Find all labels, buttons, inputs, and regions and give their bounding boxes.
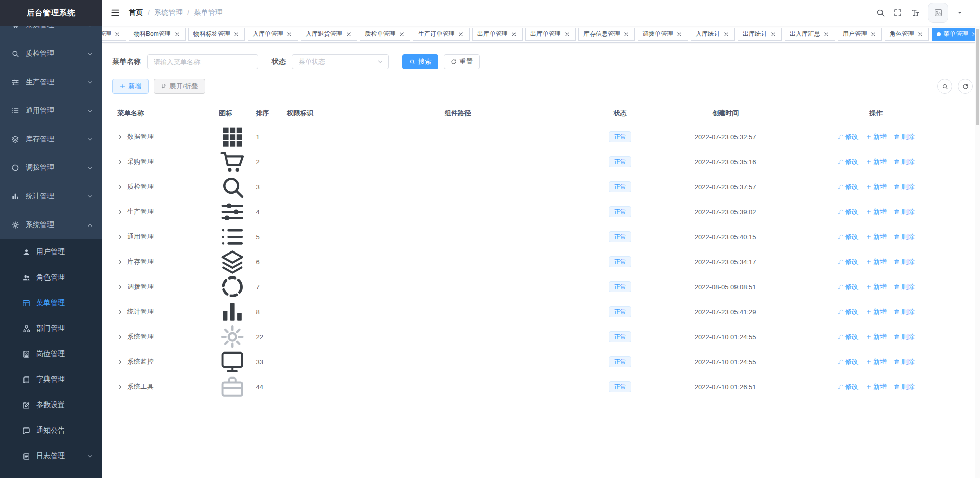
sidebar-item[interactable]: 库存管理 (0, 125, 102, 154)
close-icon[interactable] (114, 31, 121, 38)
add-link[interactable]: 新增 (866, 207, 887, 216)
tab[interactable]: 质检单管理 (360, 28, 410, 41)
delete-link[interactable]: 删除 (894, 257, 915, 266)
edit-link[interactable]: 修改 (838, 132, 859, 141)
expand-row-icon[interactable] (117, 309, 123, 315)
sidebar-subitem[interactable]: 日志管理 (0, 443, 102, 469)
add-link[interactable]: 新增 (866, 332, 887, 341)
add-link[interactable]: 新增 (866, 357, 887, 366)
search-button[interactable]: 搜索 (402, 54, 438, 69)
add-button[interactable]: 新增 (112, 79, 149, 94)
edit-link[interactable]: 修改 (838, 332, 859, 341)
close-icon[interactable] (564, 31, 571, 38)
add-link[interactable]: 新增 (866, 382, 887, 391)
add-link[interactable]: 新增 (866, 132, 887, 141)
edit-link[interactable]: 修改 (838, 382, 859, 391)
fullscreen-icon[interactable] (893, 8, 902, 17)
close-icon[interactable] (770, 31, 777, 38)
edit-link[interactable]: 修改 (838, 257, 859, 266)
delete-link[interactable]: 删除 (894, 157, 915, 166)
add-link[interactable]: 新增 (866, 157, 887, 166)
avatar[interactable] (928, 3, 948, 23)
delete-link[interactable]: 删除 (894, 132, 915, 141)
delete-link[interactable]: 删除 (894, 307, 915, 316)
expand-row-icon[interactable] (117, 184, 123, 190)
tab[interactable]: 物料Bom管理 (129, 28, 186, 41)
sidebar-subitem[interactable]: 岗位管理 (0, 341, 102, 367)
breadcrumb-item[interactable]: 首页 (129, 8, 143, 17)
sidebar-subitem[interactable]: 字典管理 (0, 367, 102, 392)
edit-link[interactable]: 修改 (838, 232, 859, 241)
menu-name-input[interactable] (147, 54, 258, 69)
close-icon[interactable] (676, 31, 683, 38)
sidebar-item[interactable]: 统计管理 (0, 182, 102, 211)
delete-link[interactable]: 删除 (894, 232, 915, 241)
sidebar-item[interactable]: 调拨管理 (0, 154, 102, 182)
sidebar-item[interactable]: 生产管理 (0, 68, 102, 96)
reset-button[interactable]: 重置 (444, 54, 480, 69)
edit-link[interactable]: 修改 (838, 282, 859, 291)
close-icon[interactable] (723, 31, 730, 38)
tab[interactable]: 出入库汇总 (785, 28, 835, 41)
tab[interactable]: 角色管理 (885, 28, 929, 41)
sidebar-subitem[interactable]: 角色管理 (0, 265, 102, 290)
close-icon[interactable] (870, 31, 877, 38)
tab[interactable]: 物料标签管理 (188, 28, 245, 41)
vertical-scrollbar[interactable] (975, 26, 980, 478)
close-icon[interactable] (174, 31, 181, 38)
tab[interactable]: 菜单管理 (932, 28, 980, 41)
expand-row-icon[interactable] (117, 359, 123, 365)
delete-link[interactable]: 删除 (894, 382, 915, 391)
delete-link[interactable]: 删除 (894, 207, 915, 216)
sidebar-subitem[interactable]: 用户管理 (0, 239, 102, 265)
sidebar-subitem[interactable]: 通知公告 (0, 418, 102, 443)
expand-row-icon[interactable] (117, 234, 123, 240)
delete-link[interactable]: 删除 (894, 182, 915, 191)
expand-row-icon[interactable] (117, 134, 123, 140)
status-select[interactable]: 菜单状态 (292, 54, 389, 69)
expand-row-icon[interactable] (117, 259, 123, 265)
delete-link[interactable]: 删除 (894, 332, 915, 341)
close-icon[interactable] (823, 31, 830, 38)
edit-link[interactable]: 修改 (838, 157, 859, 166)
delete-link[interactable]: 删除 (894, 357, 915, 366)
add-link[interactable]: 新增 (866, 257, 887, 266)
close-icon[interactable] (510, 31, 518, 38)
sidebar-toggle-icon[interactable] (110, 8, 120, 18)
add-link[interactable]: 新增 (866, 182, 887, 191)
refresh-table-button[interactable] (958, 79, 973, 94)
close-icon[interactable] (233, 31, 240, 38)
tab[interactable]: 出库单管理 (525, 28, 576, 41)
tab[interactable]: 调拨单管理 (638, 28, 688, 41)
close-icon[interactable] (917, 31, 924, 38)
search-icon[interactable] (876, 8, 885, 17)
tab[interactable]: 库存信息管理 (578, 28, 635, 41)
tab[interactable]: 出库统计 (738, 28, 782, 41)
edit-link[interactable]: 修改 (838, 207, 859, 216)
tab[interactable]: 入库单管理 (248, 28, 298, 41)
tab[interactable]: 入库退货管理 (301, 28, 357, 41)
tab[interactable]: 入库统计 (691, 28, 735, 41)
tab[interactable]: 生产订单管理 (413, 28, 470, 41)
add-link[interactable]: 新增 (866, 232, 887, 241)
add-link[interactable]: 新增 (866, 307, 887, 316)
expand-row-icon[interactable] (117, 209, 123, 215)
sidebar-subitem[interactable]: 部门管理 (0, 316, 102, 341)
sidebar-item[interactable]: 通用管理 (0, 96, 102, 125)
delete-link[interactable]: 删除 (894, 282, 915, 291)
expand-row-icon[interactable] (117, 284, 123, 290)
tab[interactable]: 出库单管理 (472, 28, 523, 41)
close-icon[interactable] (345, 31, 352, 38)
edit-link[interactable]: 修改 (838, 357, 859, 366)
sidebar-subitem[interactable]: 参数设置 (0, 392, 102, 418)
edit-link[interactable]: 修改 (838, 307, 859, 316)
close-icon[interactable] (398, 31, 405, 38)
caret-down-icon[interactable] (957, 10, 963, 16)
close-icon[interactable] (286, 31, 293, 38)
expand-collapse-button[interactable]: 展开/折叠 (154, 79, 205, 94)
sidebar-item[interactable]: 系统管理 (0, 211, 102, 239)
tab[interactable]: 物料管理 (102, 28, 126, 41)
tab[interactable]: 用户管理 (838, 28, 882, 41)
close-icon[interactable] (623, 31, 630, 38)
font-size-icon[interactable] (911, 8, 920, 17)
